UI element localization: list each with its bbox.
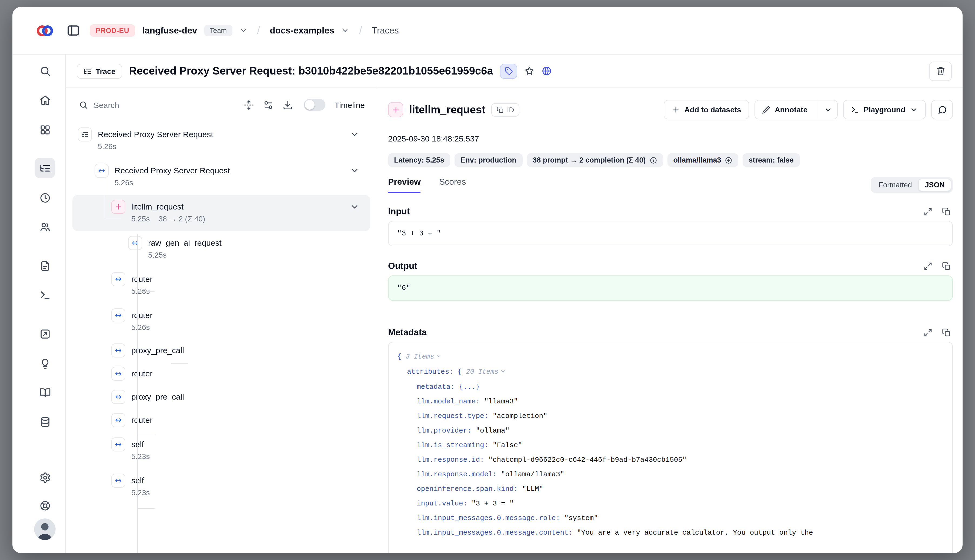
add-to-datasets-button[interactable]: Add to datasets <box>664 100 749 119</box>
id-label: ID <box>507 105 514 114</box>
org-name[interactable]: langfuse-dev <box>142 25 197 36</box>
trace-type-label: Trace <box>96 67 115 75</box>
playground-button[interactable]: Playground <box>843 100 926 119</box>
metadata-json-viewer: { 3 Itemsattributes: { 20 Itemsmetadata:… <box>388 342 953 553</box>
tree-view-options-button[interactable] <box>263 100 273 110</box>
rail-users-button[interactable] <box>37 219 52 234</box>
rail-home-button[interactable] <box>37 92 52 107</box>
observation-title: litellm_request <box>409 103 485 116</box>
chevron-down-icon[interactable] <box>350 130 360 139</box>
tree-node[interactable]: self5.23s <box>72 433 370 469</box>
environment-region-badge[interactable]: PROD-EU <box>90 24 135 37</box>
search-icon <box>79 100 88 109</box>
tab-preview[interactable]: Preview <box>388 177 421 193</box>
tree-node[interactable]: router5.26s <box>72 267 370 303</box>
chevron-down-icon[interactable] <box>350 202 360 212</box>
copy-id-button[interactable]: ID <box>491 103 519 117</box>
plus-circle-icon[interactable] <box>725 156 733 164</box>
tree-node[interactable]: raw_gen_ai_request5.25s <box>72 231 370 267</box>
input-content: "3 + 3 = " <box>388 221 953 246</box>
clock-icon <box>39 192 50 203</box>
globe-icon <box>542 66 552 76</box>
terminal-icon <box>39 289 50 300</box>
org-plan-badge: Team <box>204 25 232 36</box>
tree-node[interactable]: self5.23s <box>72 469 370 505</box>
tree-search-input[interactable] <box>94 100 158 109</box>
tab-scores[interactable]: Scores <box>439 177 466 193</box>
trash-icon <box>936 67 945 76</box>
rail-playground-button[interactable] <box>37 287 52 302</box>
node-label: proxy_pre_call <box>131 344 184 357</box>
tree-node[interactable]: router <box>72 363 370 386</box>
user-avatar[interactable] <box>34 518 56 540</box>
collapse-chevron-icon[interactable] <box>436 353 442 359</box>
comment-button[interactable] <box>931 100 953 119</box>
span-icon <box>111 367 125 381</box>
rail-support-button[interactable] <box>37 498 52 513</box>
copy-input-button[interactable] <box>942 207 951 216</box>
rail-prompts-button[interactable] <box>37 258 52 273</box>
copy-output-button[interactable] <box>942 262 951 270</box>
rail-sessions-button[interactable] <box>37 190 52 205</box>
traces-breadcrumb-link[interactable]: Traces <box>372 25 399 36</box>
rail-search-button[interactable] <box>37 63 52 78</box>
collapse-chevron-icon[interactable] <box>500 368 506 374</box>
org-switcher-chevron-icon[interactable] <box>239 27 247 35</box>
copy-metadata-button[interactable] <box>942 328 951 337</box>
download-button[interactable] <box>283 100 293 110</box>
tags-button[interactable] <box>500 63 517 78</box>
output-content: "6" <box>388 275 953 301</box>
node-label: self <box>131 438 150 450</box>
node-duration: 5.26s <box>131 321 150 333</box>
annotate-button[interactable]: Annotate <box>755 100 814 119</box>
project-switcher-chevron-icon[interactable] <box>341 27 350 35</box>
annotate-dropdown-button[interactable] <box>819 100 837 119</box>
info-icon[interactable] <box>649 156 657 164</box>
rail-evaluators-button[interactable] <box>37 326 52 341</box>
rail-settings-button[interactable] <box>37 470 52 485</box>
format-toggle-json[interactable]: JSON <box>918 179 951 191</box>
tree-node[interactable]: proxy_pre_call <box>72 386 370 409</box>
plus-icon <box>391 105 400 114</box>
observation-badge: Env: production <box>455 153 522 167</box>
json-line: llm.response.model: "ollama/llama3" <box>397 467 944 482</box>
project-name[interactable]: docs-examples <box>270 25 334 36</box>
rail-tracing-button[interactable] <box>35 158 55 178</box>
span-icon <box>111 473 125 488</box>
tracing-icon <box>39 162 50 173</box>
rail-annotation-button[interactable] <box>37 385 52 400</box>
gear-icon <box>39 472 50 483</box>
tree-node[interactable]: router <box>72 409 370 433</box>
rail-datasets-button[interactable] <box>37 414 52 429</box>
span-icon <box>128 236 142 250</box>
tree-node[interactable]: router5.26s <box>72 303 370 340</box>
timeline-toggle[interactable] <box>304 99 325 111</box>
expand-output-button[interactable] <box>924 262 932 270</box>
delete-trace-button[interactable] <box>929 61 952 81</box>
expand-input-button[interactable] <box>924 207 932 216</box>
public-link-button[interactable] <box>542 66 552 76</box>
sidebar-toggle-button[interactable] <box>67 24 80 37</box>
search-icon <box>39 65 50 77</box>
node-label: Received Proxy Server Request <box>115 164 230 177</box>
tree-node[interactable]: Received Proxy Server Request5.26s <box>72 123 370 159</box>
chevron-down-icon[interactable] <box>350 166 360 175</box>
rail-dashboards-button[interactable] <box>37 122 52 137</box>
trace-tree: Received Proxy Server Request5.26sReceiv… <box>66 123 377 553</box>
format-toggle-formatted[interactable]: Formatted <box>872 179 918 191</box>
expand-metadata-button[interactable] <box>924 328 932 337</box>
bookmark-button[interactable] <box>525 66 535 76</box>
breadcrumb-separator: / <box>257 24 260 37</box>
expand-collapse-all-button[interactable] <box>244 100 254 110</box>
tree-node[interactable]: Received Proxy Server Request5.26s <box>72 159 370 195</box>
rail-insights-button[interactable] <box>37 356 52 371</box>
icon-rail <box>12 55 66 553</box>
json-line: attributes: { 20 Items <box>397 365 944 380</box>
dashboards-icon <box>39 124 50 135</box>
tree-node[interactable]: litellm_request5.25s38 → 2 (Σ 40) <box>72 195 370 231</box>
span-icon <box>111 308 125 322</box>
tag-icon <box>505 67 513 75</box>
file-icon <box>39 260 50 272</box>
tree-node[interactable]: proxy_pre_call <box>72 340 370 363</box>
observation-badge: 38 prompt → 2 completion (Σ 40) <box>527 153 663 167</box>
